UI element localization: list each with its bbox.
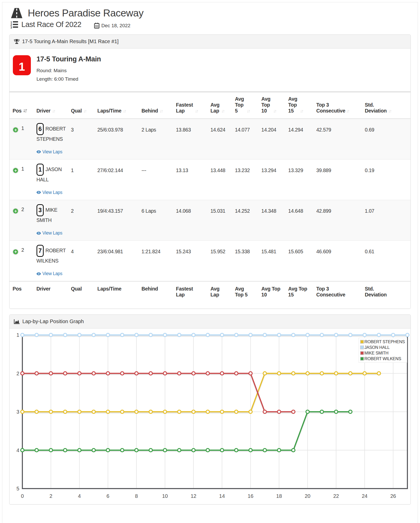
col-header-avg-top10[interactable]: Avg Top 10↓↑	[259, 92, 286, 119]
footer-driver: Driver	[34, 281, 69, 309]
laps-time-value: 23/6:04.981	[95, 241, 140, 282]
svg-text:2: 2	[49, 493, 52, 499]
footer-fastest-lap: Fastest Lap	[174, 281, 208, 309]
legend-label: JASON HALL	[364, 345, 390, 350]
behind-value: 2 Laps	[139, 119, 174, 160]
footer-avg-top15: Avg Top 15	[286, 281, 314, 309]
results-header-text: 17-5 Touring A-Main Results [M1 Race #1]	[22, 39, 118, 44]
svg-text:4: 4	[16, 447, 19, 453]
top3-consecutive-value: 42.899	[314, 200, 363, 240]
behind-value: ---	[139, 159, 174, 200]
col-header-top3-consecutive[interactable]: Top 3 Consecutive↓↑	[314, 92, 363, 119]
footer-std-deviation: Std. Deviation	[363, 281, 410, 309]
col-header-fastest-lap[interactable]: Fastest Lap↓↑	[174, 92, 208, 119]
legend-item[interactable]: ROBERT STEPHENS	[360, 339, 405, 344]
top3-consecutive-value: 46.609	[314, 241, 363, 282]
svg-text:2: 2	[16, 371, 19, 376]
legend-item[interactable]: ROBERT WILKENS	[360, 356, 405, 361]
legend-swatch	[360, 345, 364, 349]
sort-icon: ↓↑	[273, 109, 276, 114]
behind-value: 6 Laps	[139, 200, 174, 240]
view-laps-label: View Laps	[42, 271, 62, 276]
event-date: Dec 18, 2022	[101, 23, 130, 29]
svg-text:1: 1	[16, 332, 19, 338]
svg-text:22: 22	[333, 493, 339, 499]
expand-row-icon[interactable]: +	[13, 167, 19, 173]
fastest-lap-value: 15.243	[174, 241, 208, 282]
svg-text:20: 20	[305, 493, 311, 499]
avg-lap-value: 15.952	[208, 241, 233, 282]
fastest-lap-value: 14.068	[174, 200, 208, 240]
calendar-icon	[94, 23, 99, 29]
position-graph-canvas[interactable]: 1234502468101214161820222426	[10, 331, 410, 501]
eye-icon	[36, 191, 41, 194]
avg-top10-value: 14.204	[259, 119, 286, 160]
sort-icon: ↓↑	[346, 109, 349, 114]
sort-icon: ↓↑	[123, 109, 126, 114]
table-row: +2 7ROBERT WILKENS View Laps 4 23/6:04.9…	[10, 241, 410, 282]
car-number-badge: 6	[36, 123, 44, 135]
car-number-badge: 1	[36, 164, 44, 176]
view-laps-link[interactable]: View Laps	[36, 271, 67, 276]
chart-legend: ROBERT STEPHENSJASON HALLMIKE SMITHROBER…	[359, 338, 407, 363]
page-container: Heroes Paradise Raceway 1 2 3 Last Race …	[2, 2, 418, 523]
col-header-driver[interactable]: Driver↓↑	[34, 92, 69, 119]
race-info: 1 17-5 Touring A-Main Round: Mains Lengt…	[10, 49, 410, 91]
col-header-qual[interactable]: Qual↓↑	[69, 92, 95, 119]
fastest-lap-value: 13.13	[174, 159, 208, 200]
pos-value: 1	[21, 125, 24, 131]
qual-value: 3	[69, 119, 95, 160]
fastest-lap-value: 13.863	[174, 119, 208, 160]
race-name: 17-5 Touring A-Main	[36, 55, 101, 63]
col-header-avg-top15[interactable]: Avg Top 15↓↑	[286, 92, 314, 119]
table-row: +1 6ROBERT STEPHENS View Laps 3 25/6:03.…	[10, 119, 410, 160]
avg-top15-value: 13.329	[286, 159, 314, 200]
col-header-behind[interactable]: Behind↓↑	[139, 92, 174, 119]
legend-label: MIKE SMITH	[364, 351, 388, 356]
expand-row-icon[interactable]: +	[13, 249, 19, 255]
legend-swatch	[360, 351, 364, 355]
expand-row-icon[interactable]: +	[13, 208, 19, 214]
car-number-badge: 7	[36, 245, 44, 257]
footer-laps-time: Laps/Time	[95, 281, 140, 309]
sort-icon: ↓↑	[388, 109, 391, 114]
col-header-std-deviation[interactable]: Std. Deviation↓↑	[363, 92, 410, 119]
col-header-avg-top5[interactable]: Avg Top 5↓↑	[233, 92, 259, 119]
view-laps-link[interactable]: View Laps	[36, 190, 67, 195]
col-header-pos[interactable]: Pos	[10, 92, 34, 119]
legend-item[interactable]: MIKE SMITH	[360, 351, 405, 356]
avg-lap-value: 13.448	[208, 159, 233, 200]
view-laps-label: View Laps	[42, 149, 62, 155]
area-chart-icon	[14, 319, 20, 324]
col-header-avg-lap[interactable]: Avg Lap↓↑	[208, 92, 233, 119]
col-header-laps-time[interactable]: Laps/Time↓↑	[95, 92, 140, 119]
avg-top10-value: 15.481	[259, 241, 286, 282]
footer-pos: Pos	[10, 281, 34, 309]
eye-icon	[36, 232, 41, 235]
avg-top5-value: 14.077	[233, 119, 259, 160]
avg-top15-value: 15.605	[286, 241, 314, 282]
table-row: +1 1JASON HALL View Laps 1 27/6:02.144 -…	[10, 159, 410, 200]
car-number-badge: 3	[36, 204, 44, 216]
sort-icon: ↓↑	[83, 109, 86, 114]
legend-item[interactable]: JASON HALL	[360, 345, 405, 350]
view-laps-link[interactable]: View Laps	[36, 230, 67, 236]
results-table: Pos Driver↓↑ Qual↓↑ Laps/Time↓↑ Behind↓↑…	[10, 92, 410, 309]
sort-icon: ↓↑	[52, 109, 55, 114]
footer-avg-top5: Avg Top 5	[233, 281, 259, 309]
footer-avg-top10: Avg Top 10	[259, 281, 286, 309]
svg-text:16: 16	[248, 493, 253, 499]
svg-text:6: 6	[106, 493, 109, 499]
race-number-badge: 1	[13, 55, 31, 75]
pos-value: 1	[21, 166, 24, 172]
svg-text:5: 5	[16, 486, 19, 491]
qual-value: 1	[69, 159, 95, 200]
list-ol-icon: 1 2 3	[10, 21, 18, 29]
laps-time-value: 27/6:02.144	[95, 159, 140, 200]
view-laps-link[interactable]: View Laps	[36, 149, 67, 155]
expand-row-icon[interactable]: +	[13, 127, 19, 133]
pos-value: 2	[21, 207, 24, 212]
sort-amount-icon	[23, 109, 27, 113]
sort-icon: ↓↑	[221, 109, 224, 114]
table-header-row: Pos Driver↓↑ Qual↓↑ Laps/Time↓↑ Behind↓↑…	[10, 92, 410, 119]
